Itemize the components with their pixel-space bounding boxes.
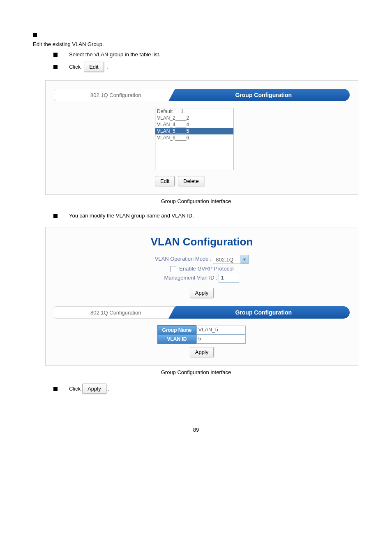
figure-caption: Group Configuration interface [33, 198, 359, 204]
tab-8021q[interactable]: 802.1Q Configuration [54, 89, 178, 101]
apply-button[interactable]: Apply [190, 288, 214, 298]
mode-label: VLAN Operation Mode : [155, 256, 213, 262]
step-text: Click [69, 386, 81, 392]
bullet-icon [53, 53, 58, 57]
list-item[interactable]: VLAN_4____4 [155, 121, 233, 128]
step-text: . [108, 386, 110, 392]
tab-bar: 802.1Q Configuration Group Configuration [54, 89, 350, 101]
gvrp-checkbox[interactable] [170, 266, 176, 272]
list-item[interactable]: VLAN_5____5 [155, 128, 233, 134]
vlan-id-input[interactable]: 5 [196, 335, 246, 344]
list-item[interactable]: VLAN_2____2 [155, 115, 233, 121]
intro-text: Edit the existing VLAN Group. [33, 41, 359, 47]
step-text: Select the VLAN group in the table list. [69, 51, 161, 58]
group-name-input[interactable]: VLAN_5 [196, 326, 246, 335]
vlan-config-panel: VLAN Configuration VLAN Operation Mode :… [45, 227, 358, 366]
list-item[interactable]: VLAN_6____6 [155, 134, 233, 141]
bullet-icon [53, 214, 58, 218]
tab-group-config[interactable]: Group Configuration [178, 89, 350, 101]
figure-caption: Group Configuration interface [33, 369, 359, 375]
edit-button[interactable]: Edit [155, 176, 175, 186]
step-text: . [107, 64, 109, 70]
step-text: You can modify the VLAN group name and V… [69, 213, 194, 219]
step-text: Click [69, 64, 81, 70]
mgmt-vlan-label: Management Vlan ID : [164, 275, 219, 281]
group-config-panel-1: 802.1Q Configuration Group Configuration… [45, 80, 358, 195]
delete-button[interactable]: Delete [178, 176, 204, 186]
bullet-icon [53, 65, 58, 69]
chevron-down-icon [240, 255, 248, 264]
apply-button-example: Apply [82, 384, 106, 394]
tab-group-config[interactable]: Group Configuration [178, 306, 350, 319]
list-item[interactable]: Default___1 [155, 108, 233, 115]
vlan-group-listbox[interactable]: Default___1 VLAN_2____2 VLAN_4____4 VLAN… [155, 108, 234, 170]
vlan-mode-select[interactable]: 802.1Q [213, 255, 249, 264]
mgmt-vlan-input[interactable]: 1 [219, 274, 239, 283]
group-name-label: Group Name [158, 326, 196, 335]
tab-bar: 802.1Q Configuration Group Configuration [54, 306, 350, 319]
page-number: 89 [33, 427, 359, 433]
bullet-icon [33, 33, 37, 37]
vlan-id-label: VLAN ID [158, 335, 196, 344]
apply-button[interactable]: Apply [190, 347, 214, 357]
group-edit-table: Group Name VLAN_5 VLAN ID 5 [157, 325, 246, 344]
gvrp-label: Enable GVRP Protocol [179, 266, 233, 272]
select-value: 802.1Q [213, 257, 240, 263]
bullet-icon [53, 387, 58, 391]
edit-button-example: Edit [84, 62, 104, 72]
tab-8021q[interactable]: 802.1Q Configuration [54, 306, 178, 319]
panel-title: VLAN Configuration [54, 236, 350, 248]
